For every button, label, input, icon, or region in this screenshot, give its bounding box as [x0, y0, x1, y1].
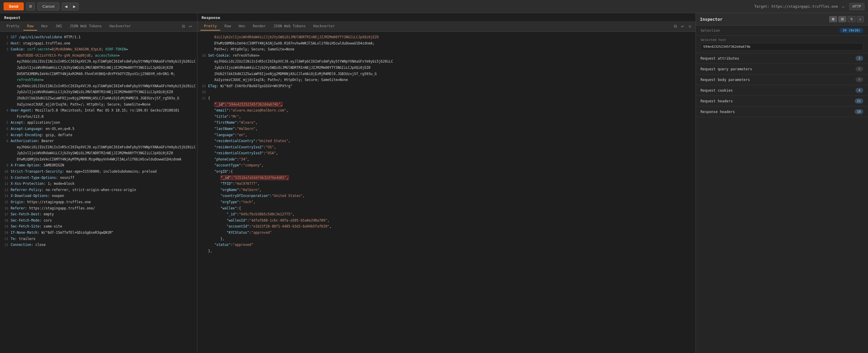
resp-line-21n: "TFID":"Hal970777",: [197, 181, 695, 187]
selected-text-box: Selected text 594e423252345f362d4a674b: [696, 36, 868, 53]
inspector-tab-settings[interactable]: ×: [857, 16, 864, 22]
req-line-20: 20If-None-Match: W/"6df-15m7TeTEl+GDisGg…: [0, 230, 197, 236]
cancel-button[interactable]: Cancel: [37, 2, 59, 10]
req-line-3d: Jyb2xlIjoiWVdRdaW4iLCJjb2VySWQiOiJMUlNDR…: [0, 65, 197, 71]
tab-raw-resp[interactable]: Raw: [221, 22, 235, 31]
id-highlight: "_id":"594e423252345f362d4a674b",: [214, 102, 283, 107]
req-line-8d: DYwMzQ0MjUsImV4cCI6MTY4NjAyMTMyNX0.Mzg4N…: [0, 156, 197, 163]
resp-line-21u: "accountId":"e1b23f28-88f1-4485-b3d2-6a9…: [197, 223, 695, 230]
req-line-3i: 2hUb2tlbkI6dHJ1ZSwiaWF0IjoxNjg2MDM0NjA5L…: [0, 95, 197, 101]
copy-resp-btn[interactable]: ⧉: [672, 23, 678, 29]
resp-line-18b: eyJhbGciOiJIUzI1NiIsInR5cCI6IkpXVCJ9.eyJ…: [197, 58, 695, 65]
resp-line-21d: "title":"Mr",: [197, 114, 695, 120]
selection-value: 24 (0x18): [839, 28, 863, 33]
req-line-4: 4User-Agent: Mozilla/5.0 (Macintosh; Int…: [0, 107, 197, 114]
inspector-tab-arrows[interactable]: ⇅: [847, 16, 856, 22]
req-line-15: 15Origin: https://stagingapp.truffles.on…: [0, 199, 197, 205]
tab-hex-resp[interactable]: Hex: [235, 22, 249, 31]
wrap-req-btn[interactable]: ↵: [188, 23, 194, 29]
req-line-2: 2Host: stagingapi.truffles.one: [0, 40, 197, 46]
response-title: Response: [197, 13, 695, 21]
inspector-row-request-attributes[interactable]: Request attributes 2: [696, 53, 868, 64]
resp-line-21: 21{: [197, 95, 695, 101]
req-line-4b: Firefox/113.0: [0, 114, 197, 120]
resp-line-21t: "wallexId":"4dfafb80-1c6c-40fa-a505-b5a8…: [197, 218, 695, 224]
req-line-22: 22Connection: close: [0, 242, 197, 248]
req-line-8c: Jyb2xlIjoiWVdRdaW4iLCJjb2VySWQiOiJMUlNDR…: [0, 150, 197, 156]
resp-line-21o: "orgName":"Halborn",: [197, 187, 695, 193]
more-resp-btn[interactable]: ≡: [687, 23, 692, 29]
req-line-3b: WBuTdEDD-UC2ioYYECX-Px-gV6_Hcmq00jdE; ac…: [0, 53, 197, 59]
req-line-13: 13Referrer-Policy: no-referrer, strict-o…: [0, 187, 197, 193]
inspector-row-badge-4: 21: [855, 98, 863, 103]
inspector-tab-grid[interactable]: ⊞: [829, 16, 837, 22]
inspector-row-label-4: Request headers: [701, 99, 733, 103]
req-line-21: 21Te: trailers: [0, 236, 197, 242]
resp-line-21r: "wallex":{: [197, 205, 695, 212]
resp-line-21y: },: [197, 248, 695, 254]
inspector-row-resp-headers[interactable]: Response headers 18: [696, 106, 868, 117]
req-line-3j: XaIyznezC3UUC_mjjdrIxq7A; Path=/; HttpOn…: [0, 101, 197, 108]
selected-text-label: Selected text: [701, 38, 863, 42]
next-button[interactable]: ▶: [70, 3, 79, 10]
resp-line-18d: 2hUb2tlbkI6dHJ1ZSwiaWF0IjoxNjg2MDM0NjA5L…: [197, 71, 695, 77]
prev-button[interactable]: ◀: [62, 3, 70, 10]
req-line-1: 1GET /api/v1/auth/validate HTTP/1.1: [0, 34, 197, 40]
tab-hackvertor-req[interactable]: Hackvertor: [106, 22, 134, 31]
response-content[interactable]: 0iLCJyb2xlIjoiWVdRdaW4iLCJjb2VySWQiOiJMU…: [197, 32, 695, 353]
inspector-row-label-2: Request body parameters: [701, 78, 750, 82]
inspector-row-badge-2: 0: [856, 77, 863, 82]
tab-render-resp[interactable]: Render: [249, 22, 269, 31]
resp-line-18: 18Set-Cookie: refreshToken=: [197, 53, 695, 59]
inspector-row-badge-3: 4: [856, 88, 863, 93]
resp-line-21c: "email":"alvaro.macias@halborn.com",: [197, 107, 695, 114]
inspector-row-badge-1: 0: [856, 66, 863, 71]
selection-label: Selection: [701, 29, 720, 33]
inspector-row-cookies[interactable]: Request cookies 4: [696, 85, 868, 96]
edit-target-icon[interactable]: ✏: [842, 4, 844, 9]
inspector-panel: Inspector ⊞ ⊟ ⇅ × Selection 24 (0x18) Se…: [696, 13, 868, 353]
tab-hackvertor-resp[interactable]: Hackvertor: [310, 22, 338, 31]
resp-line-top3: Path=/; HttpOnly; Secure; SameSite=None: [197, 46, 695, 53]
resp-line-21f: "lastName":"Halborn",: [197, 126, 695, 132]
req-line-3f: refreshToken=: [0, 77, 197, 83]
resp-line-21k: "phoneCode":"34",: [197, 156, 695, 163]
resp-line-21w: },: [197, 236, 695, 242]
req-line-9: 9X-Frame-Option: SAMEORIGIN: [0, 162, 197, 168]
request-content[interactable]: 1GET /api/v1/auth/validate HTTP/1.1 2Hos…: [0, 32, 197, 353]
resp-line-21x: "status":"approved": [197, 242, 695, 248]
tab-jwt-req[interactable]: JSON Web Tokens: [66, 22, 105, 31]
inspector-row-label-5: Response headers: [701, 110, 735, 114]
tab-pretty-resp[interactable]: Pretty: [200, 22, 220, 31]
tab-raw-req[interactable]: Raw: [24, 22, 37, 31]
inspector-row-query-params[interactable]: Request query parameters 0: [696, 64, 868, 74]
copy-req-btn[interactable]: ⧉: [181, 23, 186, 29]
send-button[interactable]: Send: [4, 2, 24, 10]
inspector-row-body-params[interactable]: Request body parameters 0: [696, 74, 868, 85]
resp-line-21s: "_id":"645cfbcb38b5c5d0c3e12f75",: [197, 211, 695, 218]
req-line-14: 14X-Download-Options: noopen: [0, 193, 197, 199]
tab-jwt-resp[interactable]: JSON Web Tokens: [270, 22, 309, 31]
selected-text-value: 594e423252345f362d4a674b: [701, 43, 863, 51]
inspector-header: Inspector ⊞ ⊟ ⇅ ×: [696, 13, 868, 26]
http-badge: HTTP: [849, 3, 864, 10]
resp-line-19: 19ETag: W/"6df-IVAYOcFBokD7gsGSGV+WV3PXY…: [197, 83, 695, 89]
toolbar: Send ⚙ Cancel ◀ ▶ Target: https://stagin…: [0, 0, 868, 13]
req-line-12: 12X-Xss-Protection: 1; mode=block: [0, 181, 197, 187]
inspector-row-req-headers[interactable]: Request headers 21: [696, 96, 868, 106]
target-url: Target: https://stagingapi.truffles.one: [754, 4, 838, 9]
tab-hex-req[interactable]: Hex: [38, 22, 51, 31]
req-line-8: 8Authorization: Bearer: [0, 138, 197, 144]
wrap-resp-btn[interactable]: ↵: [680, 23, 686, 29]
resp-line-18c: Jyb2xlIjoiWVdRdaW4iLCJjb2VySWQiOiJMUlNDR…: [197, 65, 695, 71]
req-line-17: 17Sec-Fetch-Dest: empty: [0, 211, 197, 218]
tab-pretty-req[interactable]: Pretty: [3, 22, 23, 31]
navigation-arrows: ◀ ▶: [62, 3, 79, 10]
inspector-tab-split[interactable]: ⊟: [838, 16, 846, 22]
resp-line-org-id: "_id":"52516a7a544f4b324f6e4d65",: [197, 175, 695, 181]
request-title: Request: [0, 13, 197, 21]
tab-jws-req[interactable]: JWS: [52, 22, 66, 31]
req-line-3c: eyJhbGciOiJIUzI1NiIsInR5cCI6IkpXVCJ9.eyJ…: [0, 58, 197, 65]
settings-button[interactable]: ⚙: [26, 2, 35, 10]
resp-line-21h: "residentialCountry":"United States",: [197, 138, 695, 144]
